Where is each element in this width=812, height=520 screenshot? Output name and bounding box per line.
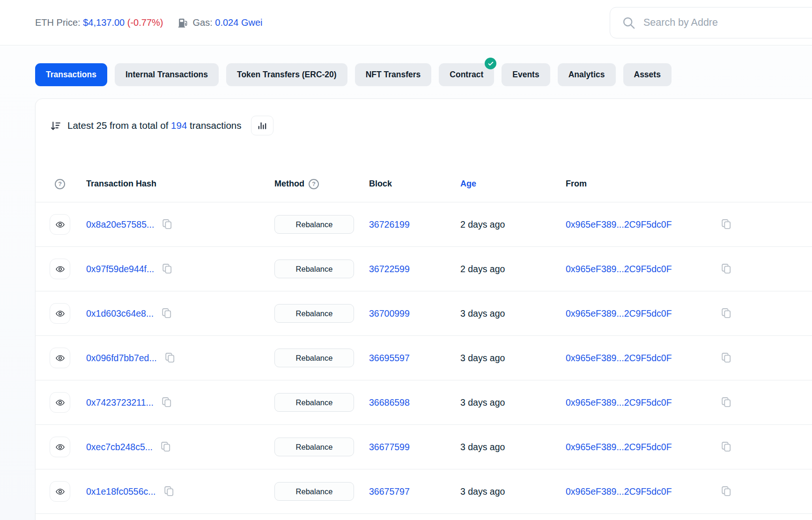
- block-link[interactable]: 36675797: [369, 486, 410, 497]
- tab-internal-transactions[interactable]: Internal Transactions: [115, 63, 219, 86]
- transaction-hash-link[interactable]: 0xec7cb248c5...: [86, 442, 153, 453]
- search-input[interactable]: [643, 17, 812, 29]
- tab-contract[interactable]: Contract: [439, 63, 494, 86]
- transaction-hash-link[interactable]: 0x096fd7bb7ed...: [86, 353, 157, 364]
- preview-eye-button[interactable]: [50, 303, 70, 324]
- tab-nft-transfers[interactable]: NFT Transfers: [355, 63, 432, 86]
- help-icon[interactable]: ?: [55, 179, 65, 189]
- method-button[interactable]: Rebalance: [274, 215, 354, 234]
- copy-icon: [720, 263, 732, 275]
- table-summary: Latest 25 from a total of 194 transactio…: [36, 99, 812, 135]
- partial-next-row: [36, 514, 812, 520]
- block-link[interactable]: 36695597: [369, 353, 410, 363]
- method-button[interactable]: Rebalance: [274, 304, 354, 323]
- summary-text-suffix: transactions: [187, 120, 241, 131]
- copy-address-button[interactable]: [720, 396, 732, 409]
- tab-events[interactable]: Events: [502, 63, 550, 86]
- tab-transactions[interactable]: Transactions: [35, 63, 107, 86]
- block-link[interactable]: 36700999: [369, 308, 410, 319]
- transaction-hash-link[interactable]: 0x97f59de944f...: [86, 264, 154, 275]
- eye-icon: [55, 398, 65, 408]
- transaction-hash-link[interactable]: 0x1d603c64e8...: [86, 308, 154, 319]
- transaction-hash-link[interactable]: 0x1e18fc0556c...: [86, 486, 156, 497]
- block-link[interactable]: 36677599: [369, 442, 410, 452]
- tab-bar: TransactionsInternal TransactionsToken T…: [0, 45, 812, 86]
- method-button[interactable]: Rebalance: [274, 260, 354, 278]
- tab-analytics[interactable]: Analytics: [558, 63, 616, 86]
- eth-price-value[interactable]: $4,137.00: [83, 17, 125, 28]
- preview-eye-button[interactable]: [50, 214, 70, 235]
- transaction-count-link[interactable]: 194: [171, 120, 187, 131]
- from-address-link[interactable]: 0x965eF389...2C9F5dc0F: [566, 219, 672, 230]
- preview-eye-button[interactable]: [50, 348, 70, 368]
- eye-icon: [55, 353, 65, 363]
- age-cell: 3 days ago: [460, 397, 566, 408]
- chart-view-button[interactable]: [251, 116, 273, 135]
- copy-icon: [720, 307, 732, 319]
- verified-check-icon: [485, 58, 496, 69]
- copy-hash-button[interactable]: [161, 263, 173, 275]
- copy-hash-button[interactable]: [163, 485, 175, 498]
- gas-group: Gas: 0.024 Gwei: [177, 17, 262, 29]
- from-address-link[interactable]: 0x965eF389...2C9F5dc0F: [566, 397, 672, 408]
- method-button[interactable]: Rebalance: [274, 482, 354, 501]
- tab-label: NFT Transfers: [366, 70, 421, 80]
- copy-icon: [720, 485, 732, 498]
- bar-chart-icon: [257, 121, 267, 131]
- from-address-link[interactable]: 0x965eF389...2C9F5dc0F: [566, 353, 672, 364]
- copy-hash-button[interactable]: [161, 307, 173, 319]
- transaction-hash-link[interactable]: 0x7423723211...: [86, 397, 154, 408]
- preview-eye-button[interactable]: [50, 481, 70, 502]
- transaction-hash-link[interactable]: 0x8a20e57585...: [86, 219, 154, 230]
- gas-label: Gas:: [192, 17, 215, 28]
- preview-eye-button[interactable]: [50, 437, 70, 457]
- method-help-icon[interactable]: ?: [309, 179, 319, 189]
- age-cell: 3 days ago: [460, 442, 566, 453]
- eye-icon: [55, 309, 65, 319]
- copy-address-button[interactable]: [720, 218, 732, 230]
- transaction-row: 0xec7cb248c5... Rebalance 36677599 3 day…: [36, 425, 812, 469]
- method-button[interactable]: Rebalance: [274, 393, 354, 412]
- copy-icon: [161, 307, 173, 319]
- age-cell: 2 days ago: [460, 219, 566, 230]
- copy-address-button[interactable]: [720, 352, 732, 364]
- eye-icon: [55, 442, 65, 452]
- copy-hash-button[interactable]: [164, 352, 176, 364]
- copy-address-button[interactable]: [720, 441, 732, 453]
- method-button[interactable]: Rebalance: [274, 349, 354, 367]
- copy-icon: [720, 441, 732, 453]
- from-address-link[interactable]: 0x965eF389...2C9F5dc0F: [566, 264, 672, 275]
- gas-value[interactable]: 0.024 Gwei: [215, 17, 262, 28]
- copy-address-button[interactable]: [720, 263, 732, 275]
- copy-icon: [720, 352, 732, 364]
- copy-hash-button[interactable]: [160, 441, 172, 453]
- copy-icon: [720, 396, 732, 409]
- copy-hash-button[interactable]: [161, 218, 173, 230]
- transaction-row: 0x97f59de944f... Rebalance 36722599 2 da…: [36, 247, 812, 291]
- copy-address-button[interactable]: [720, 307, 732, 319]
- tab-assets[interactable]: Assets: [623, 63, 672, 86]
- copy-address-button[interactable]: [720, 485, 732, 498]
- tab-label: Transactions: [46, 70, 96, 80]
- copy-hash-button[interactable]: [161, 396, 173, 409]
- copy-icon: [164, 352, 176, 364]
- top-bar: ETH Price: $4,137.00 (-0.77%) Gas: 0.024…: [0, 0, 812, 45]
- eye-icon: [55, 220, 65, 230]
- block-link[interactable]: 36686598: [369, 397, 410, 408]
- copy-icon: [720, 218, 732, 230]
- network-stats: ETH Price: $4,137.00 (-0.77%) Gas: 0.024…: [35, 17, 262, 29]
- gas-pump-icon: [177, 17, 189, 29]
- transactions-card: Latest 25 from a total of 194 transactio…: [35, 98, 812, 520]
- block-link[interactable]: 36726199: [369, 219, 410, 230]
- method-button[interactable]: Rebalance: [274, 438, 354, 456]
- from-address-link[interactable]: 0x965eF389...2C9F5dc0F: [566, 486, 672, 497]
- preview-eye-button[interactable]: [50, 259, 70, 279]
- column-header-age[interactable]: Age: [460, 179, 566, 189]
- preview-eye-button[interactable]: [50, 392, 70, 413]
- copy-icon: [160, 441, 172, 453]
- block-link[interactable]: 36722599: [369, 264, 410, 274]
- tab-token-transfers-erc-20[interactable]: Token Transfers (ERC-20): [226, 63, 347, 86]
- from-address-link[interactable]: 0x965eF389...2C9F5dc0F: [566, 442, 672, 453]
- transaction-row: 0x096fd7bb7ed... Rebalance 36695597 3 da…: [36, 336, 812, 380]
- from-address-link[interactable]: 0x965eF389...2C9F5dc0F: [566, 308, 672, 319]
